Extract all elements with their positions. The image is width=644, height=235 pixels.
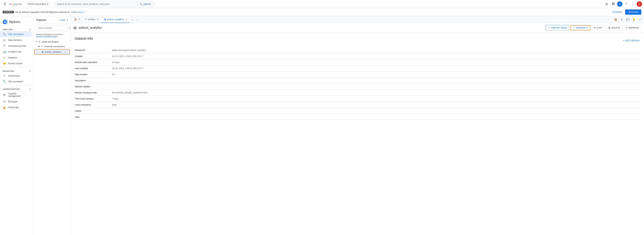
create-table-button[interactable]: ＋ CREATE TABLE (546, 25, 569, 30)
tab-info-icon[interactable]: ℹ (619, 17, 624, 22)
analysis-collapse-icon[interactable]: ∧ (30, 28, 31, 30)
user-avatar[interactable]: D (636, 1, 642, 7)
tab-bar: 🏠 ✕ ✎ Untitled ✕ ▦ actions_analytics ✕ ＋… (71, 16, 644, 23)
learn-more-link[interactable]: Learn more ↗ (71, 11, 85, 13)
tree-external-connections[interactable]: ▶ ⇒ External connections ⋮ (34, 44, 70, 49)
help-icon[interactable]: ? (69, 27, 70, 29)
sandbox-badge: SANDBOX (3, 11, 14, 13)
google-cloud-logo: G o o g l e Cloud (9, 2, 22, 6)
sidebar-item-analytics-hub[interactable]: 📊 Analytics Hub (0, 49, 32, 54)
field-value (112, 108, 640, 114)
create-table-icon: ＋ (548, 26, 550, 29)
refresh-icon: ↻ (626, 26, 628, 29)
field-label: Default collation (75, 84, 112, 90)
info-table: Dataset ID ydtak-test-project.actions_an… (75, 47, 640, 120)
sidebar-item-sql-translation[interactable]: 🔧 SQL translation (0, 78, 32, 84)
field-label: Case insensitive (75, 102, 112, 108)
field-label: Data location (75, 72, 112, 78)
sidebar-item-label: Dataform (8, 56, 17, 59)
copy-button[interactable]: ⧉ COPY (592, 25, 605, 30)
svg-text:BQ: BQ (4, 21, 7, 23)
field-value: ydtak-test-project.actions_analytics (112, 47, 640, 53)
sidebar-item-dataform[interactable]: ◇ Dataform (0, 54, 32, 60)
workspace-info: Viewing workspace resources. SHOW STARRE… (34, 32, 70, 39)
search-input[interactable] (57, 3, 138, 6)
tab-untitled[interactable]: ✎ Untitled ✕ (82, 16, 101, 23)
tab-chat-icon[interactable]: 💬 (625, 17, 630, 22)
sidebar-app-name: BigQuery (9, 20, 20, 24)
sidebar: BQ BigQuery Analysis ∧ 🔍 SQL workspace ⇄… (0, 16, 34, 235)
sidebar-logo: BQ BigQuery (0, 18, 34, 26)
tab-bulb-icon[interactable]: 💡 (631, 17, 636, 22)
ext-conn-label: External connections (44, 45, 66, 48)
search-bar: 🔍 Search (54, 1, 155, 7)
sidebar-item-partner-center[interactable]: 🤝 Partner Center (0, 60, 32, 66)
notifications-icon[interactable]: 🖼 (610, 1, 616, 7)
banner-actions: DISMISS UPGRADE (611, 10, 641, 15)
help-icon[interactable]: ? (623, 1, 629, 7)
migration-collapse-icon[interactable]: ∧ (30, 70, 31, 72)
tree-project[interactable]: ▾ ● ydtak-test-project ☆ ⋮ (34, 39, 70, 44)
field-label: Time travel window (75, 96, 112, 102)
workspace-text: Viewing workspace resources. (36, 33, 68, 36)
field-value (112, 114, 640, 120)
collapse-panel-button[interactable]: ⟨ (67, 18, 68, 22)
field-label: Labels (75, 108, 112, 114)
sidebar-item-data-transfers[interactable]: ⇄ Data transfers (0, 37, 32, 43)
migration-section-label: Migration ∧ (0, 68, 34, 73)
menu-icon[interactable]: ☰ (2, 1, 8, 8)
tree-actions-analytics[interactable]: ▦ actions_analytics ☆ ⋮ (34, 49, 70, 54)
home-close-icon[interactable]: ✕ (78, 18, 80, 20)
tab-right-icons: 🏠 ℹ 💬 💡 ⤢ (613, 17, 643, 22)
project-selector[interactable]: YDTAK test project ▾ (26, 2, 50, 6)
actions-close-icon[interactable]: ✕ (125, 18, 127, 20)
refresh-button[interactable]: ↻ REFRESH (624, 25, 641, 30)
administration-collapse-icon[interactable]: ∧ (30, 88, 31, 90)
sharing-button[interactable]: ↗ SHARING ▾ (570, 25, 590, 30)
more-actions-icon[interactable]: ⋮ (66, 50, 68, 53)
tab-home-icon[interactable]: 🏠 (613, 17, 618, 22)
tab-home[interactable]: 🏠 ✕ (72, 16, 82, 23)
untitled-close-icon[interactable]: ✕ (97, 18, 98, 20)
sidebar-item-label: Policy tags (8, 106, 19, 108)
tab-expand-icon[interactable]: ⤢ (637, 17, 643, 22)
apps-icon[interactable]: ⊞ (604, 1, 610, 7)
add-button[interactable]: + ADD (59, 19, 66, 22)
sidebar-item-capacity-management[interactable]: ⊞ Capacity management (0, 91, 32, 98)
sidebar-item-sql-workspace[interactable]: 🔍 SQL workspace (0, 31, 32, 37)
dataset-icon: ▦ (74, 26, 77, 30)
dismiss-button[interactable]: DISMISS (611, 10, 624, 14)
sidebar-item-assessment[interactable]: ≡ Assessment (0, 73, 32, 78)
table-row: Time travel window 7 days (75, 96, 640, 102)
star-actions-icon[interactable]: ☆ (64, 50, 66, 53)
search-button[interactable]: 🔍 Search (138, 2, 152, 6)
sidebar-item-scheduled-queries[interactable]: ⏱ Scheduled queries (0, 43, 32, 49)
nav-right: ⊞ 🖼 ① ? ⋮ D (604, 1, 642, 7)
field-label: Description (75, 78, 112, 84)
field-value (112, 78, 640, 84)
sidebar-item-label: Capacity management (8, 92, 30, 97)
field-value: ROUNDING_MODE_UNSPECIFIED (112, 90, 640, 96)
dataset-name: actions_analytics (79, 26, 544, 30)
copy-icon: ⧉ (594, 26, 595, 29)
show-starred-button[interactable]: SHOW STARRED ONLY (36, 36, 68, 38)
more-vert-icon[interactable]: ⋮ (630, 1, 636, 7)
field-label: Last modified (75, 66, 112, 72)
explorer-header: Explorer + ADD ⟨ (34, 16, 70, 24)
sidebar-item-bi-engine[interactable]: 🗃 BI Engine (0, 98, 32, 104)
sidebar-item-policy-tags[interactable]: 🔒 Policy tags (0, 104, 32, 110)
edit-details-button[interactable]: ✏ EDIT DETAILS (623, 39, 640, 42)
ext-conn-icon: ⇒ (41, 45, 44, 48)
svg-text:l: l (15, 3, 16, 6)
avatar[interactable]: ① (617, 1, 622, 7)
table-row: Case insensitive false (75, 102, 640, 108)
upgrade-button[interactable]: UPGRADE (625, 10, 641, 15)
tab-menu-button[interactable]: ⋯ (135, 17, 140, 22)
svg-text:o: o (12, 3, 14, 6)
delete-button[interactable]: 🗑 DELETE (606, 25, 622, 30)
explorer-search-input[interactable] (36, 26, 68, 30)
project-label: ydtak-test-project (42, 40, 64, 43)
tab-add-button[interactable]: ＋ (130, 17, 135, 22)
table-row: Tags (75, 114, 640, 120)
tab-actions-analytics[interactable]: ▦ actions_analytics ✕ (101, 16, 130, 23)
